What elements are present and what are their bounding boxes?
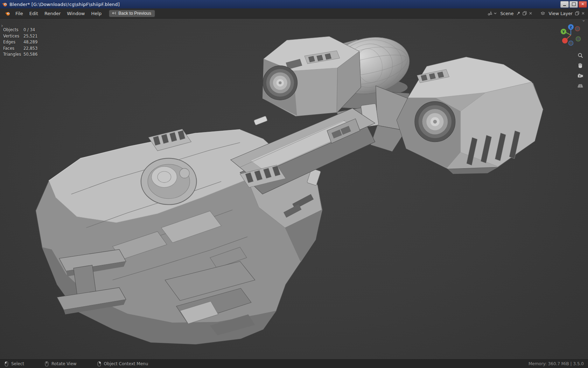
toolbar-expand-arrow[interactable]: › xyxy=(1,23,3,28)
svg-text:Z: Z xyxy=(570,26,572,29)
window-title: Blender* [G:\Downloads\!cg\shipF\shiipF.… xyxy=(9,2,120,7)
zoom-tool-button[interactable] xyxy=(576,51,585,60)
minimize-button[interactable] xyxy=(560,1,569,8)
browse-view-layer-button[interactable] xyxy=(539,10,547,16)
spaceship-model[interactable] xyxy=(0,19,588,359)
3d-viewport[interactable]: Objects 0 / 34 Vertices 25,521 Edges 48,… xyxy=(0,19,588,359)
pan-tool-button[interactable] xyxy=(576,61,585,70)
memory-and-version: Memory: 360.7 MiB | 3.5.0 xyxy=(528,361,584,366)
mouse-middle-click-icon xyxy=(44,361,49,367)
camera-view-button[interactable] xyxy=(576,71,585,80)
pin-icon[interactable] xyxy=(516,11,521,16)
perspective-toggle-button[interactable] xyxy=(576,81,585,90)
maximize-button[interactable] xyxy=(569,1,578,8)
new-view-layer-icon[interactable] xyxy=(575,11,580,16)
menu-edit[interactable]: Edit xyxy=(26,10,41,17)
blender-app-menu-icon[interactable] xyxy=(3,10,12,17)
close-button[interactable]: ✕ xyxy=(579,1,587,8)
hint-select: Select xyxy=(4,361,24,367)
magnifier-icon xyxy=(577,52,583,59)
blender-window: Blender* [G:\Downloads\!cg\shipF\shiipF.… xyxy=(0,0,588,368)
chevron-down-icon xyxy=(494,12,497,14)
top-menubar: File Edit Render Window Help Back to Pre… xyxy=(0,8,588,19)
back-to-previous-button[interactable]: Back to Previous xyxy=(109,10,155,17)
grid-icon xyxy=(577,83,583,89)
hand-icon xyxy=(577,62,583,69)
camera-icon xyxy=(577,73,583,79)
titlebar[interactable]: Blender* [G:\Downloads\!cg\shipF\shiipF.… xyxy=(0,0,588,8)
view-layer-name[interactable]: View Layer xyxy=(548,11,574,16)
menu-window[interactable]: Window xyxy=(64,10,88,17)
menu-render[interactable]: Render xyxy=(41,10,64,17)
hint-object-context-menu: Object Context Menu xyxy=(97,361,148,367)
new-scene-icon[interactable] xyxy=(522,11,527,16)
engine-pod-right[interactable] xyxy=(397,57,543,174)
blender-logo-icon xyxy=(2,1,7,7)
navigation-gizmo[interactable]: Z Y xyxy=(559,22,583,47)
mouse-left-click-icon xyxy=(4,361,9,367)
viewport-tools xyxy=(576,51,585,90)
hint-rotate-view: Rotate View xyxy=(44,361,77,367)
statusbar: Select Rotate View Object Context Menu M… xyxy=(0,359,588,368)
unlink-scene-icon[interactable] xyxy=(528,11,533,15)
header-right-cluster: Scene xyxy=(486,10,585,16)
scene-name[interactable]: Scene xyxy=(499,11,514,16)
window-controls: ✕ xyxy=(560,1,587,8)
gizmo-axis-neg-x[interactable] xyxy=(575,27,580,31)
back-arrow-icon xyxy=(112,11,116,15)
hull-turret xyxy=(141,158,197,205)
menu-help[interactable]: Help xyxy=(88,10,105,17)
remove-view-layer-icon[interactable] xyxy=(581,11,585,15)
gizmo-axis-neg-z[interactable] xyxy=(569,41,573,46)
svg-text:Y: Y xyxy=(562,30,565,34)
gizmo-axis-neg-y[interactable] xyxy=(576,37,581,41)
mouse-right-click-icon xyxy=(97,361,102,367)
gizmo-axis-x[interactable] xyxy=(562,38,568,43)
scene-icon xyxy=(488,11,492,16)
browse-scene-button[interactable] xyxy=(486,10,498,16)
menu-file[interactable]: File xyxy=(12,10,26,17)
view-layer-icon xyxy=(540,11,545,16)
